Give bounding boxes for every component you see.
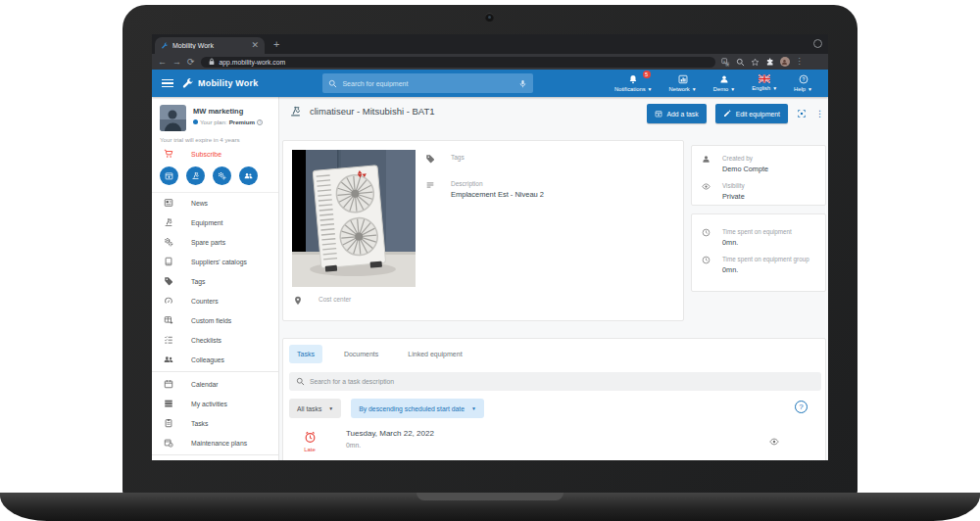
notification-badge: 5	[643, 71, 651, 78]
sidebar-item-my-activities[interactable]: My activities	[152, 394, 278, 413]
task-row[interactable]: Late Tuesday, March 22, 2022 0mn.	[297, 429, 816, 452]
nav-notifications[interactable]: 5 Notifications▼	[614, 74, 653, 92]
equipment-icon	[164, 217, 173, 227]
location-pin-icon	[293, 296, 303, 306]
task-date: Tuesday, March 22, 2022	[346, 429, 434, 438]
chevron-down-icon: ▼	[648, 86, 653, 92]
nav-network[interactable]: Network▼	[669, 74, 697, 92]
gauge-icon	[164, 296, 173, 306]
tab-linked-equipment[interactable]: Linked equipment	[400, 345, 469, 363]
bell-icon	[628, 74, 638, 84]
browser-menu-icon[interactable]: ⋮	[796, 58, 804, 66]
extensions-icon[interactable]	[765, 58, 774, 67]
sidebar: MW marketing Your plan: Premium i Your t…	[152, 97, 279, 460]
edit-equipment-button[interactable]: Edit equipment	[715, 104, 788, 123]
eye-icon	[702, 182, 710, 191]
qr-scan-icon[interactable]	[797, 109, 807, 118]
equipment-photo[interactable]	[292, 150, 416, 287]
sidebar-item-equipment[interactable]: Equipment	[152, 213, 278, 232]
translate-icon[interactable]	[721, 58, 730, 67]
new-tab-button[interactable]: +	[273, 38, 279, 50]
time-group-value: 0mn.	[722, 265, 809, 274]
chevron-down-icon: ▼	[328, 405, 333, 411]
description-field: Description Emplacement Est - Niveau 2	[425, 180, 544, 199]
sidebar-item-custom-fields[interactable]: Custom fields	[152, 310, 278, 330]
tab-tasks[interactable]: Tasks	[289, 345, 322, 363]
calendar-icon	[164, 379, 173, 389]
browser-profile-avatar[interactable]	[780, 57, 790, 67]
zoom-icon[interactable]	[736, 58, 745, 67]
sidebar-item-counters[interactable]: Counters	[152, 291, 278, 310]
colleagues-icon	[164, 355, 173, 364]
sidebar-item-news[interactable]: News	[152, 193, 278, 213]
equipment-search-input[interactable]	[342, 80, 514, 87]
task-search-input[interactable]	[310, 378, 814, 385]
sidebar-item-maintenance-plans[interactable]: Maintenance plans	[152, 433, 278, 452]
menu-icon[interactable]	[162, 79, 173, 87]
app-logo[interactable]: Mobility Work	[181, 77, 258, 90]
checklist-icon	[164, 335, 173, 345]
page-title: climatiseur - Mitsubishi - BAT1	[310, 106, 435, 117]
reload-icon[interactable]: ⟳	[187, 58, 195, 67]
browser-tabstrip: Mobility Work ✕ +	[152, 34, 828, 54]
tab-close-icon[interactable]: ✕	[251, 41, 259, 50]
url-bar[interactable]: app.mobility-work.com	[201, 57, 715, 68]
description-value: Emplacement Est - Niveau 2	[451, 190, 544, 199]
chevron-down-icon: ▼	[808, 86, 812, 92]
all-tasks-dropdown[interactable]: All tasks▼	[289, 399, 341, 418]
org-name: MW marketing	[193, 107, 263, 116]
tab-search-icon[interactable]	[813, 39, 822, 48]
plan-row: Your plan: Premium i	[193, 118, 263, 125]
lock-icon	[208, 58, 216, 66]
task-search[interactable]	[289, 372, 821, 391]
info-icon[interactable]: i	[257, 119, 263, 125]
task-duration: 0mn.	[346, 442, 434, 449]
catalog-icon	[164, 257, 173, 266]
trial-notice: Your trial will expire in 4 years	[152, 133, 278, 143]
laptop-screen: Mobility Work ✕ + ← → ⟳ app.mobility-wor…	[152, 34, 828, 460]
eye-icon[interactable]	[769, 437, 779, 447]
quick-spare-parts-button[interactable]	[213, 166, 231, 185]
sidebar-item-companies[interactable]: Companies	[152, 457, 278, 460]
quick-add-task-button[interactable]	[160, 166, 178, 185]
uk-flag-icon	[759, 74, 770, 83]
late-status: Late	[297, 431, 322, 452]
sort-dropdown[interactable]: By descending scheduled start date▼	[351, 399, 484, 418]
more-options-icon[interactable]: ⋮	[815, 113, 824, 116]
page-actions: Add a task Edit equipment ⋮	[647, 104, 824, 123]
quick-colleagues-button[interactable]	[239, 166, 258, 185]
sidebar-item-tasks[interactable]: Tasks	[152, 413, 278, 433]
chevron-down-icon: ▼	[730, 86, 735, 92]
clock-icon	[702, 256, 710, 264]
person-icon	[702, 155, 710, 164]
sidebar-item-calendar[interactable]: Calendar	[152, 374, 278, 394]
nav-language[interactable]: English▼	[752, 74, 777, 92]
cost-center-field: Cost center	[293, 296, 351, 306]
cart-icon	[164, 149, 173, 159]
bookmark-star-icon[interactable]	[751, 58, 760, 67]
network-icon	[678, 74, 688, 84]
sidebar-item-spare-parts[interactable]: Spare parts	[152, 232, 278, 252]
sidebar-item-tags[interactable]: Tags	[152, 271, 278, 291]
add-task-button[interactable]: Add a task	[647, 104, 707, 123]
visibility-row: Visibility Private	[702, 182, 815, 201]
description-icon	[425, 180, 435, 190]
back-icon[interactable]: ←	[158, 58, 167, 67]
nav-demo[interactable]: Demo▼	[713, 74, 735, 92]
mic-icon[interactable]	[518, 79, 527, 88]
browser-tab[interactable]: Mobility Work ✕	[155, 37, 265, 54]
profile-block[interactable]: MW marketing Your plan: Premium i	[152, 97, 278, 133]
nav-help[interactable]: Help▼	[794, 74, 812, 92]
equipment-search[interactable]	[322, 73, 533, 93]
sidebar-item-checklists[interactable]: Checklists	[152, 330, 278, 350]
subscribe-link[interactable]: Subscribe	[152, 143, 278, 161]
favicon-icon	[161, 42, 169, 50]
sidebar-item-colleagues[interactable]: Colleagues	[152, 350, 278, 369]
forward-icon[interactable]: →	[172, 58, 181, 67]
sidebar-item-suppliers-catalogs[interactable]: Suppliers' catalogs	[152, 252, 278, 271]
help-circle-icon[interactable]: ?	[795, 401, 808, 413]
tab-documents[interactable]: Documents	[336, 345, 386, 363]
org-avatar	[160, 105, 186, 131]
quick-equipment-button[interactable]	[186, 166, 205, 185]
app-header: Mobility Work 5 Notifications▼ Network▼	[152, 70, 828, 97]
